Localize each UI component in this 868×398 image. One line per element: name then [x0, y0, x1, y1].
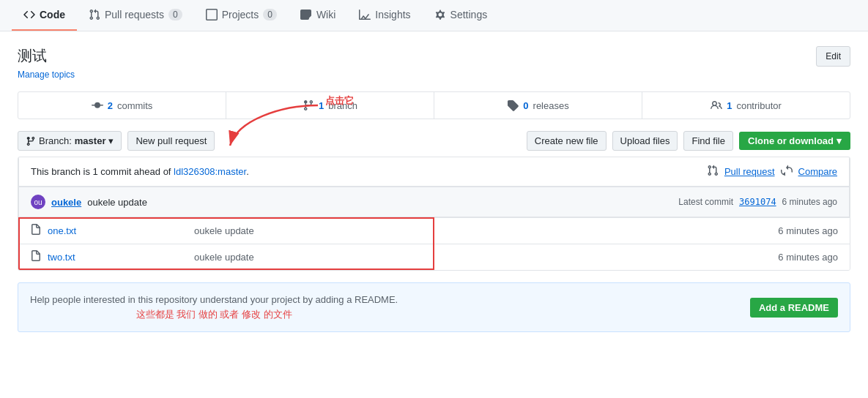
tab-code-label: Code — [40, 9, 65, 20]
repo-title: 测试 — [18, 46, 47, 66]
readme-banner: Help people interested in this repositor… — [18, 282, 850, 332]
tab-pull-requests[interactable]: Pull requests 0 — [77, 0, 194, 31]
compare-link[interactable]: Compare — [798, 166, 837, 177]
branch-icon — [303, 100, 314, 111]
settings-icon — [434, 9, 446, 20]
tag-icon — [507, 100, 519, 111]
clone-or-download-button[interactable]: Clone or download ▾ — [739, 132, 850, 150]
releases-count[interactable]: 0 — [523, 100, 528, 111]
tab-projects[interactable]: Projects 0 — [194, 0, 289, 31]
commits-label: commits — [117, 100, 152, 111]
latest-commit-label: Latest commit — [678, 197, 733, 207]
stat-releases: 0 releases — [434, 92, 642, 119]
ahead-notice: This branch is 1 commit ahead of ldl3263… — [18, 157, 850, 187]
commit-sha-link[interactable]: 3691074 — [739, 197, 776, 207]
stat-contributors: 1 contributor — [642, 92, 850, 119]
file-icon — [30, 224, 42, 238]
upstream-ref-link[interactable]: ldl326308:master — [174, 166, 246, 177]
upload-files-button[interactable]: Upload files — [612, 131, 678, 151]
tab-insights[interactable]: Insights — [347, 0, 422, 31]
add-readme-button[interactable]: Add a README — [750, 298, 838, 318]
action-right: Create new file Upload files Find file C… — [527, 131, 850, 151]
tab-settings-label: Settings — [450, 9, 488, 20]
branches-label: branch — [328, 100, 357, 111]
commit-time: 6 minutes ago — [782, 197, 837, 207]
contributors-icon — [711, 100, 722, 111]
projects-icon — [206, 9, 218, 20]
author-link[interactable]: oukele — [51, 197, 81, 208]
file-row: two.txt oukele update 6 minutes ago — [18, 244, 850, 270]
branch-name: master — [75, 135, 106, 146]
avatar: ou — [31, 195, 45, 209]
find-file-button[interactable]: Find file — [683, 131, 733, 151]
insights-icon — [359, 9, 371, 20]
file-time: 6 minutes ago — [778, 252, 838, 263]
edit-button[interactable]: Edit — [816, 46, 850, 67]
code-icon — [23, 9, 35, 20]
file-icon — [30, 250, 42, 264]
tab-projects-count: 0 — [263, 9, 277, 20]
files-highlight-area: one.txt oukele update 6 minutes ago two.… — [18, 217, 850, 270]
commit-message: oukele update — [87, 197, 147, 208]
tab-wiki[interactable]: Wiki — [289, 0, 347, 31]
file-name-link[interactable]: two.txt — [48, 252, 194, 263]
pr-icon — [89, 9, 100, 20]
commits-icon — [92, 100, 103, 111]
branch-selector[interactable]: Branch: master ▾ — [18, 131, 122, 151]
chevron-down-icon: ▾ — [108, 135, 114, 146]
tab-pr-label: Pull requests — [105, 9, 164, 20]
action-left: Branch: master ▾ New pull request — [18, 131, 215, 151]
file-commit-message: oukele update — [194, 225, 778, 236]
repo-header: 测试 Edit — [18, 46, 850, 67]
compare-icon — [781, 165, 793, 179]
ahead-actions: Pull request Compare — [707, 165, 837, 179]
branch-icon-small — [26, 136, 36, 146]
create-new-file-button[interactable]: Create new file — [527, 131, 607, 151]
main-content: 测试 Edit Manage topics 2 commits 1 branch… — [0, 31, 868, 347]
tab-settings[interactable]: Settings — [423, 0, 500, 31]
contributors-label: contributor — [736, 100, 781, 111]
file-commit-message: oukele update — [194, 252, 778, 263]
commits-count[interactable]: 2 — [108, 100, 113, 111]
commit-author-info: ou oukele oukele update — [31, 195, 147, 209]
file-row: one.txt oukele update 6 minutes ago — [18, 217, 850, 244]
readme-banner-content: Help people interested in this repositor… — [30, 293, 398, 321]
pull-request-icon — [707, 165, 719, 179]
releases-label: releases — [533, 100, 569, 111]
readme-description: Help people interested in this repositor… — [30, 294, 398, 305]
tab-pr-count: 0 — [168, 9, 182, 20]
commit-info-bar: ou oukele oukele update Latest commit 36… — [18, 187, 850, 217]
tab-code[interactable]: Code — [12, 0, 77, 31]
ahead-text: This branch is 1 commit ahead of ldl3263… — [31, 166, 249, 177]
stats-bar: 2 commits 1 branch 0 releases 1 contribu… — [18, 91, 850, 119]
stat-commits: 2 commits — [18, 92, 226, 119]
action-bar: Branch: master ▾ New pull request Create… — [18, 131, 850, 151]
files-container: This branch is 1 commit ahead of ldl3263… — [18, 157, 850, 271]
new-pull-request-button[interactable]: New pull request — [127, 131, 215, 151]
nav-tabs: Code Pull requests 0 Projects 0 Wiki Ins… — [0, 0, 868, 31]
file-time: 6 minutes ago — [778, 225, 838, 236]
stat-branches: 1 branch — [226, 92, 434, 119]
branch-prefix: Branch: — [39, 135, 72, 146]
clone-dropdown-icon: ▾ — [837, 135, 842, 146]
tab-projects-label: Projects — [222, 9, 259, 20]
chinese-annotation: 这些都是 我们 做的 或者 修改 的文件 — [30, 308, 398, 321]
contributors-count[interactable]: 1 — [727, 100, 732, 111]
commit-right: Latest commit 3691074 6 minutes ago — [678, 197, 837, 207]
tab-insights-label: Insights — [375, 9, 410, 20]
wiki-icon — [300, 9, 312, 20]
tab-wiki-label: Wiki — [316, 9, 335, 20]
file-name-link[interactable]: one.txt — [48, 225, 194, 236]
branches-count[interactable]: 1 — [319, 100, 324, 111]
pull-request-link[interactable]: Pull request — [724, 166, 775, 177]
clone-label: Clone or download — [748, 135, 834, 146]
manage-topics-link[interactable]: Manage topics — [18, 70, 850, 80]
